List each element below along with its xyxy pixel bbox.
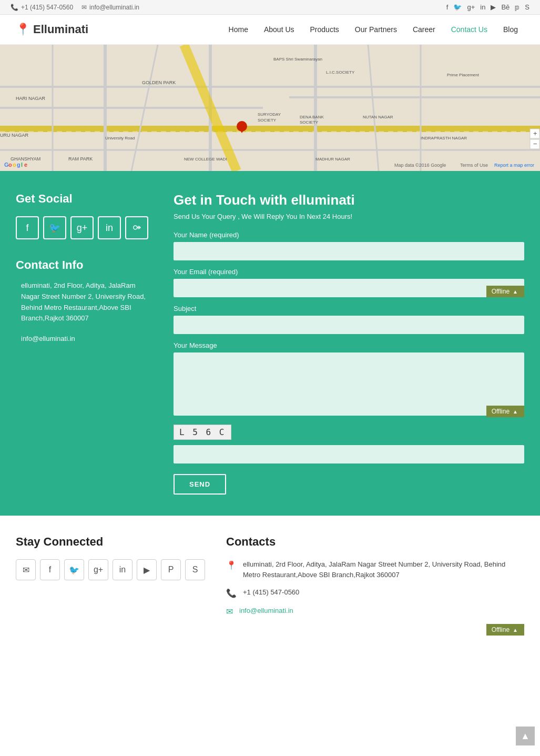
footer-facebook-btn[interactable]: f [40, 559, 60, 580]
svg-text:DENA BANK: DENA BANK [300, 115, 324, 119]
captcha-input[interactable] [174, 445, 524, 463]
message-label: Your Message [174, 341, 524, 349]
topbar-youtube-link[interactable]: ▶ [491, 3, 496, 11]
footer-email-btn[interactable]: ✉ [16, 559, 36, 580]
topbar-left: 📞 +1 (415) 547-0560 ✉ info@elluminati.in [11, 4, 139, 11]
svg-text:o: o [8, 162, 12, 168]
svg-text:−: − [533, 140, 537, 148]
name-label: Your Name (required) [174, 231, 524, 239]
email-info: ✉ info@elluminati.in [81, 4, 139, 11]
footer: Stay Connected ✉ f 🐦 g+ in ▶ P S Contact… [0, 516, 540, 646]
get-social-title: Get Social [16, 192, 152, 206]
logo-icon: 📍 [16, 23, 30, 36]
footer-social-icons: ✉ f 🐦 g+ in ▶ P S [16, 559, 205, 580]
svg-text:GHANSHYAM: GHANSHYAM [11, 156, 40, 162]
contacts-title: Contacts [226, 535, 524, 549]
social-facebook-btn[interactable]: f [16, 216, 39, 239]
map-section: HARI NAGAR GOLDEN PARK SURYODAY SOCIETY … [0, 45, 540, 171]
offline-label-footer: Offline [492, 626, 510, 633]
main-section: Get Social f 🐦 g+ in ⚩ Contact Info ellu… [0, 171, 540, 516]
contact-email-left: info@elluminati.in [16, 335, 152, 342]
topbar-facebook-link[interactable]: f [446, 3, 449, 11]
footer-email-item: ✉ info@elluminati.in [226, 606, 524, 617]
email-input[interactable] [174, 279, 524, 297]
offline-arrow-icon: ▲ [513, 289, 518, 295]
footer-skype-btn[interactable]: S [185, 559, 205, 580]
footer-pinterest-btn[interactable]: P [161, 559, 181, 580]
offline-label-message: Offline [492, 408, 510, 415]
email-icon-topbar: ✉ [81, 4, 87, 11]
social-icons-group: f 🐦 g+ in ⚩ [16, 216, 152, 239]
nav-partners[interactable]: Our Partners [349, 22, 403, 37]
svg-text:+: + [533, 129, 537, 137]
subject-label: Subject [174, 305, 524, 313]
contact-address: elluminati, 2nd Floor, Aditya, JalaRam N… [16, 280, 152, 324]
offline-arrow-icon3: ▲ [513, 627, 518, 633]
nav-products[interactable]: Products [304, 22, 345, 37]
nav-home[interactable]: Home [222, 22, 254, 37]
footer-left: Stay Connected ✉ f 🐦 g+ in ▶ P S [16, 535, 205, 636]
topbar-social-links: f 🐦 g+ in ▶ Bē 𝕡 S [446, 3, 529, 11]
svg-text:Prime Placement: Prime Placement [447, 73, 480, 77]
footer-gplus-btn[interactable]: g+ [88, 559, 108, 580]
svg-text:GOLDEN PARK: GOLDEN PARK [142, 80, 176, 85]
nav-blog[interactable]: Blog [497, 22, 524, 37]
social-linkedin-btn[interactable]: in [98, 216, 121, 239]
topbar-pinterest-link[interactable]: 𝕡 [515, 3, 519, 11]
footer-phone-text: +1 (415) 547-0560 [243, 587, 299, 598]
footer-twitter-btn[interactable]: 🐦 [64, 559, 84, 580]
svg-text:e: e [24, 162, 27, 168]
footer-phone-item: 📞 +1 (415) 547-0560 [226, 587, 524, 598]
footer-address-text: elluminati, 2rd Floor, Aditya, JalaRam N… [243, 559, 524, 580]
svg-text:SOCIETY: SOCIETY [258, 118, 277, 123]
phone-icon: 📞 [11, 4, 18, 11]
topbar-skype-link[interactable]: S [525, 3, 529, 11]
email-icon-footer: ✉ [226, 607, 233, 617]
location-icon-footer: 📍 [226, 560, 237, 570]
email-input-wrapper: Offline ▲ [174, 279, 524, 297]
nav-about[interactable]: About Us [258, 22, 301, 37]
logo-text: Elluminati [33, 23, 88, 36]
offline-arrow-icon2: ▲ [513, 409, 518, 415]
footer-youtube-btn[interactable]: ▶ [137, 559, 157, 580]
social-twitter-btn[interactable]: 🐦 [43, 216, 66, 239]
svg-text:Terms of Use: Terms of Use [460, 163, 488, 168]
nav-career[interactable]: Career [406, 22, 442, 37]
topbar-email: info@elluminati.in [89, 4, 139, 11]
svg-text:URU NAGAR: URU NAGAR [0, 133, 29, 138]
svg-text:BAPS Shri Swaminarayan: BAPS Shri Swaminarayan [273, 57, 322, 62]
subject-input[interactable] [174, 316, 524, 334]
svg-text:MADHUR NAGAR: MADHUR NAGAR [315, 157, 350, 162]
svg-text:g: g [17, 162, 21, 168]
message-input-wrapper: Offline ▲ [174, 352, 524, 417]
stay-connected-title: Stay Connected [16, 535, 205, 549]
footer-address-item: 📍 elluminati, 2rd Floor, Aditya, JalaRam… [226, 559, 524, 580]
topbar: 📞 +1 (415) 547-0560 ✉ info@elluminati.in… [0, 0, 540, 15]
logo: 📍 Elluminati [16, 23, 88, 36]
topbar-phone: +1 (415) 547-0560 [21, 4, 73, 11]
name-input[interactable] [174, 242, 524, 260]
topbar-behance-link[interactable]: Bē [501, 3, 510, 11]
offline-badge-footer: Offline ▲ [486, 624, 524, 636]
message-textarea[interactable] [174, 352, 524, 416]
topbar-gplus-link[interactable]: g+ [467, 3, 475, 11]
offline-badge-email: Offline ▲ [486, 286, 524, 297]
social-pinterest-btn[interactable]: ⚩ [125, 216, 148, 239]
nav-contact[interactable]: Contact Us [445, 22, 494, 37]
captcha-image: L 5 6 C [174, 425, 231, 440]
main-nav: Home About Us Products Our Partners Care… [222, 22, 524, 37]
svg-text:HARI NAGAR: HARI NAGAR [16, 96, 46, 101]
phone-info: 📞 +1 (415) 547-0560 [11, 4, 73, 11]
offline-badge-message: Offline ▲ [486, 406, 524, 417]
footer-linkedin-btn[interactable]: in [113, 559, 133, 580]
social-gplus-btn[interactable]: g+ [70, 216, 94, 239]
svg-text:NEW COLLEGE WADI: NEW COLLEGE WADI [184, 157, 227, 162]
topbar-twitter-link[interactable]: 🐦 [453, 3, 462, 11]
offline-label-email: Offline [492, 288, 510, 295]
footer-email-link[interactable]: info@elluminati.in [239, 607, 293, 614]
svg-text:o: o [13, 162, 16, 168]
svg-text:University Road: University Road [105, 136, 135, 140]
topbar-linkedin-link[interactable]: in [480, 3, 485, 11]
svg-text:Map data ©2016 Google: Map data ©2016 Google [394, 163, 446, 168]
send-button[interactable]: SEND [174, 474, 226, 495]
